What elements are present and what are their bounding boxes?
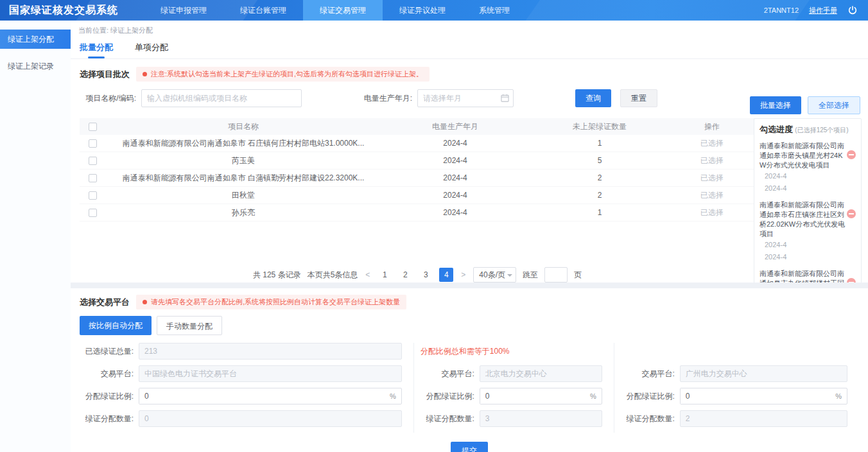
row-checkbox[interactable] (89, 157, 97, 165)
production-month-input[interactable] (417, 89, 514, 107)
page-button-2[interactable]: 2 (398, 268, 412, 282)
ratio-label: 分配绿证比例: (621, 391, 680, 402)
nav-item-system[interactable]: 系统管理 (462, 0, 526, 21)
quantity-input (480, 410, 602, 427)
sidebar-item-listing-records[interactable]: 绿证上架记录 (0, 56, 71, 76)
project-name-cell: 芮玉美 (105, 155, 381, 166)
tab-single-allocation[interactable]: 单项分配 (135, 42, 168, 58)
selected-item-date: 2024-4 (759, 239, 846, 251)
project-name-cell: 田秋堂 (105, 190, 381, 201)
tab-batch-allocation[interactable]: 批量分配 (80, 42, 113, 58)
nav-item-ledger[interactable]: 绿证台账管理 (223, 0, 303, 21)
select-all-button[interactable]: 全部选择 (808, 96, 860, 114)
col-production-month: 电量生产年月 (381, 121, 529, 132)
remove-item-icon[interactable] (847, 209, 856, 218)
project-name-cell: 南通泰和新能源有限公司南通如皋市 石庄镇何庄村村部电站31.0000K... (105, 138, 381, 149)
row-checkbox[interactable] (89, 191, 97, 200)
month-cell: 2024-4 (381, 156, 529, 165)
action-cell: 已选择 (670, 173, 754, 184)
action-cell: 已选择 (670, 190, 754, 201)
username: 2TANNT12 (764, 6, 799, 14)
page-button-4-active[interactable]: 4 (439, 268, 453, 282)
platform-warning: 请先填写各交易平台分配比例,系统将按照比例自动计算各交易平台绿证上架数量 (136, 295, 406, 309)
platform-section-header: 选择交易平台 请先填写各交易平台分配比例,系统将按照比例自动计算各交易平台绿证上… (80, 295, 859, 309)
table-header-row: 项目名称 电量生产年月 未上架绿证数量 操作 (80, 118, 755, 135)
mode-tab-manual-qty[interactable]: 手动数量分配 (157, 316, 222, 335)
project-warning-text: 注意:系统默认勾选当前未上架产生绿证的项目,勾选后将为所有勾选项目进行绿证上架。 (151, 69, 423, 79)
project-table: 项目名称 电量生产年月 未上架绿证数量 操作 南通泰和新能源有限公司南通如皋市 … (80, 118, 755, 222)
platform-column-2: 分配比例总和需等于100% 交易平台: 分配绿证比例: % (413, 343, 614, 433)
selected-item-name: 南通泰和新能源有限公司南通如皋市磨头镇星光村24KW分布式光伏发电项目 (759, 141, 846, 170)
project-name-cell: 孙乐亮 (105, 207, 381, 218)
jump-page-input[interactable] (544, 267, 568, 282)
selected-panel-title: 勾选进度 (759, 125, 793, 134)
ratio-input-wrap: % (139, 388, 402, 404)
platform-label: 交易平台: (80, 369, 139, 379)
month-cell: 2024-4 (381, 208, 529, 217)
platform-name-input (480, 365, 602, 382)
prev-page-button[interactable]: < (364, 270, 371, 279)
row-checkbox[interactable] (89, 139, 97, 148)
action-cell: 已选择 (670, 138, 754, 149)
percent-suffix: % (830, 392, 847, 400)
app-header: 国家绿证核发交易系统 绿证申报管理 绿证台账管理 绿证交易管理 绿证异议处理 系… (0, 0, 868, 21)
remove-item-icon[interactable] (847, 150, 856, 159)
batch-select-button[interactable]: 批量选择 (750, 96, 801, 114)
quantity-label: 绿证分配数量: (80, 413, 139, 424)
selected-item: 南通泰和新能源有限公司南通如皋市石庄镇张庄社区刘桥22.02KW分布式光伏发电项… (759, 200, 856, 263)
warning-dot-icon (143, 300, 147, 304)
page: 国家绿证核发交易系统 绿证申报管理 绿证台账管理 绿证交易管理 绿证异议处理 系… (0, 0, 868, 452)
jump-suffix: 页 (574, 270, 582, 281)
sidebar-item-listing-allocation[interactable]: 绿证上架分配 (0, 30, 71, 49)
ratio-input-wrap: % (680, 388, 847, 404)
page-button-3[interactable]: 3 (419, 268, 433, 282)
ratio-sum-note: 分配比例总和需等于100% (421, 343, 510, 360)
power-icon[interactable] (847, 5, 858, 15)
qty-cell: 1 (529, 139, 670, 148)
ratio-input[interactable] (480, 388, 585, 404)
row-checkbox[interactable] (89, 209, 97, 217)
search-button[interactable]: 查询 (575, 89, 611, 107)
reset-button[interactable]: 重置 (620, 89, 657, 107)
ratio-input[interactable] (681, 388, 830, 404)
quantity-label: 绿证分配数量: (421, 413, 480, 424)
project-name-label: 项目名称/编码: (71, 93, 141, 104)
platform-warning-text: 请先填写各交易平台分配比例,系统将按照比例自动计算各交易平台绿证上架数量 (151, 297, 400, 307)
qty-cell: 1 (529, 208, 670, 217)
page-button-1[interactable]: 1 (378, 268, 392, 282)
platform-label: 交易平台: (621, 369, 680, 379)
allocation-mode-tabs: 按比例自动分配 手动数量分配 (80, 316, 859, 335)
nav-item-dispute[interactable]: 绿证异议处理 (383, 0, 462, 21)
select-all-checkbox[interactable] (89, 123, 97, 131)
row-checkbox[interactable] (89, 174, 97, 182)
project-name-input[interactable] (141, 89, 302, 107)
platform-label: 交易平台: (421, 369, 480, 379)
selected-item-name: 南通泰和新能源有限公司南通如皋市石庄镇张庄社区刘桥22.02KW分布式光伏发电项… (759, 200, 846, 239)
col-unlisted-qty: 未上架绿证数量 (529, 121, 670, 132)
main-nav: 绿证申报管理 绿证台账管理 绿证交易管理 绿证异议处理 系统管理 (144, 0, 526, 21)
allocation-form: 已选绿证总量: 交易平台: 分配绿证比例: % (80, 343, 859, 433)
project-section-header: 选择项目批次 注意:系统默认勾选当前未上架产生绿证的项目,勾选后将为所有勾选项目… (71, 59, 868, 82)
platform-column-1: 已选绿证总量: 交易平台: 分配绿证比例: % (80, 343, 413, 433)
selected-progress-panel: 勾选进度 (已选择125个项目) 南通泰和新能源有限公司南通如皋市磨头镇星光村2… (754, 118, 862, 309)
selected-item-date: 2024-4 (759, 251, 846, 263)
total-selected-label: 已选绿证总量: (80, 346, 139, 357)
col-project-name: 项目名称 (105, 121, 381, 132)
mode-tab-auto-ratio[interactable]: 按比例自动分配 (80, 316, 152, 335)
submit-button[interactable]: 提交 (451, 442, 488, 452)
page-size-select[interactable]: 40条/页 (473, 267, 516, 282)
production-month-picker[interactable] (417, 89, 514, 107)
qty-cell: 2 (529, 191, 670, 200)
nav-item-trade[interactable]: 绿证交易管理 (303, 0, 383, 21)
platform-name-input (680, 365, 847, 382)
qty-cell: 2 (529, 173, 670, 182)
manual-link[interactable]: 操作手册 (809, 6, 837, 15)
next-page-button[interactable]: > (460, 270, 467, 279)
ratio-input[interactable] (139, 388, 385, 404)
action-cell: 已选择 (670, 207, 754, 218)
platform-name-input (139, 365, 402, 382)
filter-bar: 项目名称/编码: 电量生产年月: 查询 重置 (71, 82, 868, 114)
sidebar: 绿证上架分配 绿证上架记录 (0, 21, 71, 452)
main-content: 当前位置: 绿证上架分配 批量分配 单项分配 选择项目批次 注意:系统默认勾选当… (71, 21, 868, 452)
nav-item-declare[interactable]: 绿证申报管理 (144, 0, 223, 21)
